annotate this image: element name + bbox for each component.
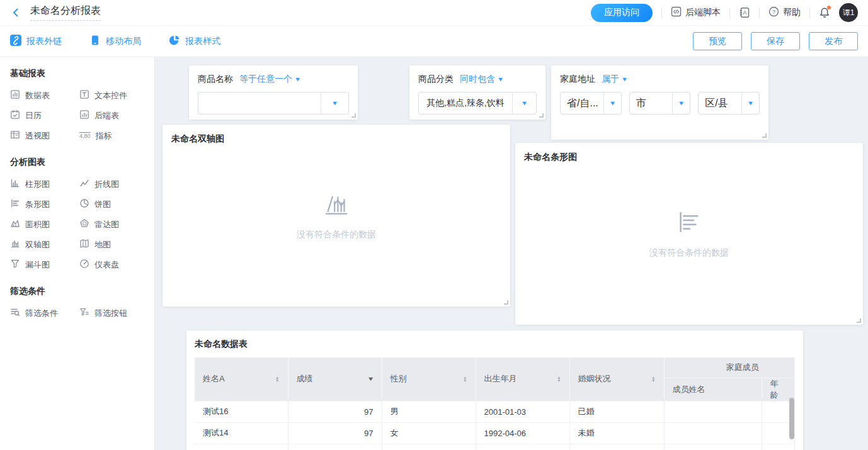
column-header-marital[interactable]: 婚姻状况▲▼ [569,357,664,401]
notification-dot [827,6,831,9]
publish-button[interactable]: 发布 [809,32,858,50]
resize-handle[interactable] [504,300,508,305]
sidebar-item-backend-table[interactable]: 后端表 [79,110,148,121]
sort-icon[interactable]: ▲▼ [275,376,279,382]
dual-axis-empty-icon [322,209,351,220]
sidebar-item-map-chart[interactable]: 地图 [79,239,148,250]
section-title-charts: 分析图表 [10,157,148,168]
column-header-name[interactable]: 姓名A▲▼ [195,357,288,401]
data-table: 姓名A▲▼ 成绩▼ 性别▲▼ 出生年月▲▼ 婚姻状况▲▼ [195,357,795,450]
product-category-select[interactable]: 其他,糕点,辣条,饮料 ▼ [418,92,537,115]
report-canvas: 商品名称 等于任意一个▼ ▼ 商品分类 同时包含▼ 其他,糕点,辣条,饮料 [155,57,868,450]
report-title[interactable]: 未命名分析报表 [30,4,101,21]
sort-icon[interactable]: ▲▼ [463,376,467,382]
filter-widget-product-name[interactable]: 商品名称 等于任意一个▼ ▼ [189,65,358,120]
chevron-down-icon: ▼ [678,100,685,106]
top-header: 未命名分析报表 应用访问 后端脚本 A ? 帮助 [0,0,868,26]
filter-condition-dropdown[interactable]: 属于▼ [602,74,627,85]
table-scrollbar[interactable] [789,398,794,439]
sort-desc-icon[interactable]: ▼ [367,376,374,382]
district-select[interactable]: 区/县 ▼ [698,92,760,115]
report-toolbar: 报表外链 移动布局 报表样式 预览 保存 发布 [0,26,868,57]
chevron-down-icon: ▼ [747,100,754,106]
sidebar-item-metric[interactable]: 4,80 指标 [79,130,148,142]
data-table-widget[interactable]: 未命名数据表 姓名A▲▼ 成绩▼ 性别▲▼ [186,330,803,450]
sidebar-item-gauge-chart[interactable]: 仪表盘 [79,259,148,271]
sidebar-item-filter-condition[interactable]: 筛选条件 [10,307,79,319]
column-header-age[interactable]: 年龄 [762,378,794,401]
save-button[interactable]: 保存 [751,32,800,50]
dual-axis-chart-icon [10,239,20,250]
column-header-score[interactable]: 成绩▼ [288,357,382,401]
chevron-down-icon: ▼ [609,100,616,106]
sidebar-item-bar-chart[interactable]: 条形图 [10,198,79,210]
sidebar-item-data-table[interactable]: 数据表 [10,89,79,101]
column-header-birth[interactable]: 出生年月▲▼ [476,357,569,401]
external-link-icon [10,35,21,48]
pie-chart-icon [79,198,89,210]
tab-report-style[interactable]: 报表样式 [169,35,220,48]
resize-handle[interactable] [857,318,861,323]
resize-handle[interactable] [762,133,767,138]
column-header-gender[interactable]: 性别▲▼ [382,357,476,401]
back-icon[interactable] [10,7,21,18]
product-name-select[interactable]: ▼ [198,92,349,115]
sidebar-item-dual-axis-chart[interactable]: 双轴图 [10,239,79,250]
sidebar-item-text-widget[interactable]: 文本控件 [79,89,148,101]
filter-button-icon [79,307,89,319]
sidebar-item-filter-button[interactable]: 筛选按钮 [79,307,148,319]
empty-text: 没有符合条件的数据 [515,247,863,259]
text-widget-icon [79,89,89,101]
help-button[interactable]: ? 帮助 [768,6,801,19]
sidebar-item-column-chart[interactable]: 柱形图 [10,178,79,190]
avatar[interactable]: 谭1 [839,3,858,22]
svg-text:A: A [743,9,747,16]
contacts-icon[interactable]: A [739,7,750,18]
sort-icon[interactable]: ▲▼ [651,376,655,382]
table-title: 未命名数据表 [195,339,795,350]
map-chart-icon [79,239,89,250]
sidebar-item-funnel-chart[interactable]: 漏斗图 [10,259,79,271]
divider [729,8,730,18]
filter-widget-product-category[interactable]: 商品分类 同时包含▼ 其他,糕点,辣条,饮料 ▼ [409,65,545,120]
line-chart-icon [79,178,89,190]
filter-condition-dropdown[interactable]: 等于任意一个▼ [239,74,300,85]
chart-title: 未命名双轴图 [171,133,501,145]
sidebar-item-calendar[interactable]: 日历 [10,110,79,121]
column-header-member-name[interactable]: 成员姓名 [664,378,762,401]
chevron-down-icon: ▼ [497,76,504,82]
column-chart-icon [10,178,20,190]
app-access-button[interactable]: 应用访问 [591,4,653,22]
filter-label: 商品名称 [198,74,233,85]
chevron-down-icon: ▼ [521,100,528,106]
sidebar-item-pivot[interactable]: 透视图 [10,130,79,142]
preview-button[interactable]: 预览 [693,32,742,50]
funnel-chart-icon [10,259,20,271]
pivot-table-icon [10,130,20,142]
sidebar-item-radar-chart[interactable]: 雷达图 [79,218,148,230]
report-style-pie-icon [169,35,180,48]
province-select[interactable]: 省/自... ▼ [560,92,622,115]
dual-axis-chart-widget[interactable]: 未命名双轴图 没有符合条件的数据 [163,125,510,307]
sidebar-item-area-chart[interactable]: 面积图 [10,218,79,230]
divider [809,8,810,18]
empty-text: 没有符合条件的数据 [163,229,510,240]
notification-bell-icon[interactable] [819,7,830,18]
bar-chart-widget[interactable]: 未命名条形图 没有符合条件的数据 [515,143,863,325]
filter-condition-icon [10,307,20,319]
backend-script-button[interactable]: 后端脚本 [671,6,721,19]
resize-handle[interactable] [539,113,544,118]
resize-handle[interactable] [351,113,356,118]
sidebar-item-pie-chart[interactable]: 饼图 [79,198,148,210]
city-select[interactable]: 市 ▼ [629,92,691,115]
sidebar-item-line-chart[interactable]: 折线图 [79,178,148,190]
empty-state: 没有符合条件的数据 [515,207,863,259]
tab-mobile-layout[interactable]: 移动布局 [89,35,141,48]
filter-condition-dropdown[interactable]: 同时包含▼ [460,74,503,85]
tab-external-link[interactable]: 报表外链 [10,35,62,48]
gauge-chart-icon [79,259,89,271]
section-title-filters: 筛选条件 [10,286,148,297]
backend-table-icon [79,110,89,121]
filter-widget-home-address[interactable]: 家庭地址 属于▼ 省/自... ▼ 市 ▼ 区/县 ▼ [551,65,768,140]
sort-icon[interactable]: ▲▼ [557,376,561,382]
